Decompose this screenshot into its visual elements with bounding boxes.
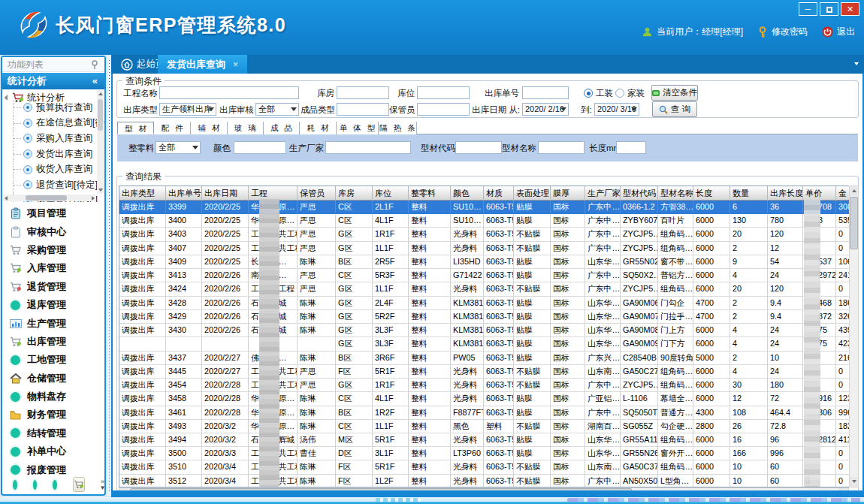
material-tab-4[interactable]: 玻 璃 (228, 122, 264, 134)
tree-item-label[interactable]: 预算执行查询 (36, 101, 92, 114)
table-row[interactable]: 调拨出库34242020/2/26工工程严思G区1L1F整料光身料6063-T5… (119, 282, 849, 296)
zl-combo[interactable]: 全部 (156, 141, 201, 154)
column-header[interactable]: 金 (836, 186, 849, 201)
audit-combo[interactable]: 全部 (255, 103, 299, 116)
product-type-input[interactable] (337, 103, 389, 116)
table-row[interactable]: 调拨出库34032020/2/25工共工程严思G区1R1F整料光身料6063-T… (119, 228, 849, 241)
tab-active[interactable]: 发货出库查询 × (158, 55, 247, 74)
tree-horizontal-scrollbar[interactable] (3, 195, 96, 201)
sidebar-section-header[interactable]: 统计分析 « (2, 73, 104, 89)
column-header[interactable]: 数量 (730, 186, 768, 201)
table-row[interactable]: 调拨出库35002020/3/3工共工程曹佳D区3L1F整料LT3P606063… (119, 447, 849, 460)
sidebar-overflow-button[interactable]: »▾ (101, 478, 104, 490)
column-header[interactable]: 库位 (373, 186, 409, 201)
column-header[interactable]: 膜厚 (551, 186, 585, 201)
table-row[interactable]: 调拨出库34282020/2/26石城陈琳G区2L4F整料KLM38176063… (119, 297, 849, 310)
column-header[interactable]: 出库日期 (202, 186, 249, 201)
keeper-input[interactable] (417, 103, 470, 116)
pin-icon[interactable] (91, 60, 98, 69)
column-header[interactable]: 型材名称 (658, 186, 693, 201)
material-tab-1[interactable]: 型 材 (117, 122, 154, 134)
column-header[interactable]: 出库类型 (119, 186, 166, 201)
tree-item[interactable]: 在途信息查询[待 (13, 116, 104, 131)
column-header[interactable]: 出库长度 (768, 186, 803, 201)
order-no-input[interactable] (522, 86, 569, 99)
column-header[interactable]: 表面处理 (514, 186, 551, 201)
table-row[interactable]: 调拨出库34612020/2/28华原…陈琳B区1R2F整料F8877FT606… (119, 406, 849, 420)
collapse-icon[interactable]: « (92, 73, 98, 89)
tree-item-label[interactable]: 发货出库查询 (36, 148, 92, 161)
column-header[interactable]: 库房 (336, 186, 373, 201)
table-row[interactable]: 调拨出库34932020/3/2华原…陈琳C区1L1F整料黑色塑料不贴膜国标湖南… (119, 420, 849, 433)
table-row[interactable]: 调拨出库34092020/2/25长…陈琳B区2R5F整料LI35HD6063-… (119, 255, 849, 269)
sidebar-item-circle-teal[interactable]: 结转管理 (2, 424, 104, 442)
sidebar-item-cart-gray[interactable]: 采购管理 (2, 241, 104, 259)
tabbar-dropdown-icon[interactable] (854, 62, 859, 65)
sidebar-item-cart-return[interactable]: 退货管理 (2, 278, 104, 296)
table-row[interactable]: 调拨出库34292020/2/26石城陈琳G区5R2F整料KLM38176063… (119, 310, 849, 324)
tree-vertical-scrollbar[interactable] (97, 90, 104, 194)
tree-item[interactable]: 收货入库查询 (13, 161, 104, 177)
collapsed-cart-button[interactable] (73, 477, 85, 492)
out-type-combo[interactable]: 生产领料出库 (159, 103, 216, 116)
table-row[interactable]: 调拨出库34582020/2/28华原…陈琳C区4L1F整料光身料6063-T5… (119, 392, 849, 406)
radio-work[interactable] (584, 89, 593, 98)
column-header[interactable]: 长度 (693, 186, 730, 201)
scroll-down-icon[interactable] (98, 189, 103, 192)
table-vscroll-thumb[interactable] (850, 197, 858, 249)
column-header[interactable]: 颜色 (451, 186, 484, 201)
tree-item[interactable]: 采购入库查询 (13, 131, 104, 146)
date-to-combo[interactable]: 2020/ 3/16 (594, 103, 639, 116)
table-row[interactable]: 调拨出库34002020/2/25华原…严思C区4L1F整料SU10…6063-… (119, 214, 849, 228)
sidebar-item-chart-blue[interactable]: 生产管理 (2, 314, 104, 332)
table-hscroll-thumb[interactable] (130, 488, 632, 490)
sidebar-item-circle-teal[interactable]: 退库管理 (2, 296, 104, 314)
tree-item[interactable]: 退货查询[待定] (13, 177, 104, 193)
logout-link[interactable]: 退出 (837, 26, 855, 38)
len-input[interactable] (616, 141, 646, 154)
table-vertical-scrollbar[interactable] (849, 186, 859, 487)
table-row[interactable]: 调拨出库33992020/2/25华原…严思C区2L1F整料SU10…6063-… (119, 201, 849, 214)
table-row[interactable]: 调拨出库34542020/2/28工共工程严思G区1R1F整料光身料6063-T… (119, 379, 849, 392)
close-button[interactable]: ✕ (841, 2, 859, 16)
table-row[interactable]: 调拨出库34452020/2/27工共工程严思F区5R1F整料光身料6063-T… (119, 365, 849, 379)
table-row[interactable]: 调拨出库35122020/3/4工共工程陈琳F区1L2F整料光身料6063-T5… (119, 475, 849, 487)
tree-expander-icon[interactable] (5, 95, 11, 101)
column-header[interactable]: 出库单号 (166, 186, 202, 201)
mfr-input[interactable] (325, 141, 411, 154)
material-tab-6[interactable]: 耗 材 (300, 122, 337, 134)
scroll-up-icon[interactable] (98, 92, 103, 95)
material-tab-8[interactable]: 隔 热 条 (379, 122, 417, 134)
clear-button[interactable]: 清空条件 (651, 85, 698, 101)
project-name-input[interactable] (159, 86, 299, 99)
table-row[interactable]: 调拨出库34942020/3/2石辉城汤伟M区5R1F整料光身料6063-T5贴… (119, 433, 849, 447)
scroll-left-icon[interactable] (5, 196, 8, 201)
name-input[interactable] (538, 141, 585, 154)
code-input[interactable] (455, 141, 502, 154)
sidebar-item-clipboard-teal[interactable]: 项目管理 (2, 204, 104, 222)
column-header[interactable]: 整零料 (409, 186, 451, 201)
radio-home[interactable] (615, 89, 624, 98)
sidebar-item-circle-teal[interactable]: 工地管理 (2, 351, 104, 369)
minimize-button[interactable]: ─ (799, 2, 817, 16)
tree-item-label[interactable]: 收货入库查询 (36, 163, 92, 176)
collapsed-item-icon[interactable] (13, 480, 17, 490)
material-tab-2[interactable]: 配 件 (154, 122, 191, 134)
sidebar-item-clipboard-white[interactable]: 审核中心 (2, 222, 104, 240)
tree-item[interactable]: 发货出库查询 (13, 146, 104, 162)
table-horizontal-scrollbar[interactable] (119, 487, 849, 490)
tree-item-label[interactable]: 退货查询[待定] (36, 179, 98, 192)
maximize-button[interactable] (820, 2, 838, 16)
tree-item-label[interactable]: 在途信息查询[待 (36, 116, 104, 129)
table-row[interactable]: 调拨出库34372020/2/27佛…陈琳B区3R6F整料PW056063-T5… (119, 352, 849, 365)
date-from-combo[interactable]: 2020/ 2/16 (522, 103, 569, 116)
collapsed-item-icon[interactable] (53, 480, 57, 490)
tab-close-icon[interactable]: × (233, 59, 238, 70)
table-row[interactable]: G区3L3F整料KLM38176063-T5贴膜国标山东华…GA90M09.门下… (119, 337, 849, 351)
column-header[interactable]: 保管员 (298, 186, 336, 201)
collapsed-item-icon[interactable] (33, 480, 38, 490)
sidebar-item-cart-out[interactable]: 出库管理 (2, 333, 104, 351)
column-header[interactable]: 生产厂家 (585, 186, 621, 201)
search-button[interactable]: 查 询 (652, 101, 697, 117)
material-tab-7[interactable]: 单 体 型 材 (337, 122, 379, 134)
